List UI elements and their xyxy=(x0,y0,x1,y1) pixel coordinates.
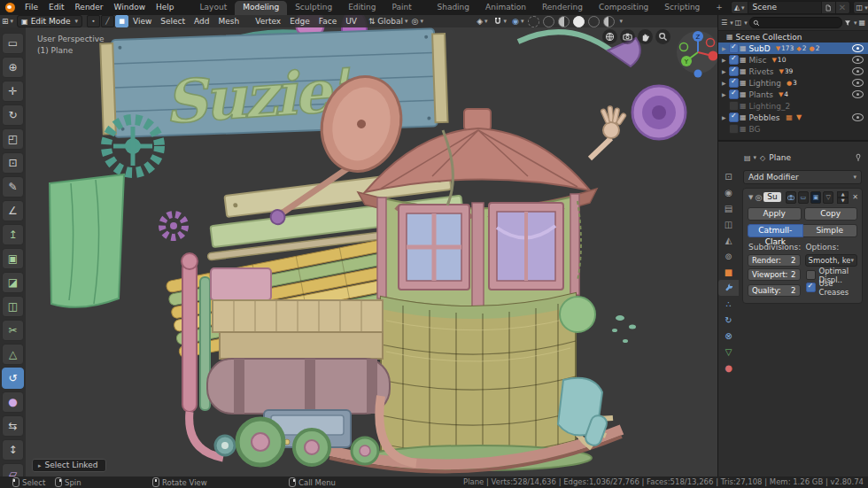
triangle-right-icon[interactable]: ▶ xyxy=(722,80,729,86)
move-down-button[interactable]: ▼ xyxy=(837,198,849,204)
tool-knife[interactable]: ✂ xyxy=(2,320,24,341)
menu-edit[interactable]: Edit xyxy=(43,0,69,15)
menu-mesh[interactable]: Mesh xyxy=(214,15,244,27)
triangle-down-icon[interactable]: ▼ xyxy=(748,194,753,201)
shading-dropdown[interactable]: ▾ xyxy=(619,18,623,25)
tool-shrink-fatten[interactable]: ↕ xyxy=(2,439,24,461)
tab-texture-paint[interactable]: Texture Paint xyxy=(384,0,430,15)
tab-output[interactable]: ▤ xyxy=(718,200,739,216)
outliner-row-misc[interactable]: ▶ ▦ Misc ▼10 xyxy=(718,54,868,66)
outliner-search-input[interactable] xyxy=(749,17,842,28)
use-creases-checkbox[interactable] xyxy=(806,283,816,292)
collection-checkbox[interactable] xyxy=(729,43,739,53)
vertex-mode-button[interactable]: ∙ xyxy=(87,15,100,27)
shading-solid-button[interactable] xyxy=(573,16,585,27)
tool-inset-faces[interactable]: ▣ xyxy=(2,248,24,269)
render-visibility-toggle[interactable] xyxy=(786,191,796,204)
tool-smooth[interactable]: ● xyxy=(2,391,24,413)
eye-icon[interactable] xyxy=(852,79,864,87)
menu-add[interactable]: Add xyxy=(190,15,213,27)
eye-icon[interactable] xyxy=(852,113,864,121)
tab-object-data[interactable]: ▽ xyxy=(718,344,739,360)
collection-checkbox[interactable] xyxy=(729,55,739,65)
tool-poly-build[interactable]: △ xyxy=(2,344,24,365)
collection-checkbox[interactable] xyxy=(729,66,739,76)
grid-sphere-icon[interactable] xyxy=(602,29,617,44)
tool-cursor[interactable]: ⊕ xyxy=(2,57,24,78)
catmull-clark-button[interactable]: Catmull-Clark xyxy=(748,224,803,237)
viewport-subdivisions-field[interactable]: Viewport: 2 xyxy=(748,268,801,281)
triangle-right-icon[interactable]: ▶ xyxy=(722,57,729,63)
tab-object[interactable]: ■ xyxy=(718,264,739,280)
shading-rendered-button[interactable] xyxy=(603,16,615,27)
blender-logo[interactable] xyxy=(5,3,15,12)
editmode-visibility-toggle[interactable]: ▣ xyxy=(810,191,821,204)
menu-vertex[interactable]: Vertex xyxy=(251,15,285,27)
tab-modeling[interactable]: Modeling xyxy=(235,1,287,15)
snapping-toggle[interactable]: ▾ xyxy=(492,17,509,26)
tab-physics[interactable]: ↻ xyxy=(718,312,739,328)
mode-dropdown[interactable]: ▣Edit Mode▾ xyxy=(17,15,82,27)
menu-help[interactable]: Help xyxy=(151,0,180,15)
tab-shading[interactable]: Shading xyxy=(429,1,477,15)
tab-scene[interactable]: ◭ xyxy=(718,232,739,248)
eye-icon[interactable] xyxy=(852,90,864,98)
menu-edge[interactable]: Edge xyxy=(285,15,314,27)
scene-name-field[interactable]: Scene xyxy=(748,1,822,14)
tool-move[interactable]: ✛ xyxy=(2,81,24,102)
pan-view-button[interactable] xyxy=(638,29,653,44)
filter-type-dropdown[interactable]: ◫▾ xyxy=(735,19,748,27)
triangle-right-icon[interactable]: ▶ xyxy=(722,91,729,97)
menu-uv[interactable]: UV xyxy=(341,15,361,27)
outliner-row-rivets[interactable]: ▶ ▦ Rivets ▼39 xyxy=(718,66,868,77)
delete-scene-button[interactable]: ✕ xyxy=(836,1,850,14)
tab-layout[interactable]: Layout xyxy=(192,1,236,15)
add-modifier-dropdown[interactable]: Add Modifier ▾ xyxy=(743,170,862,184)
cage-toggle[interactable]: ▽ xyxy=(823,191,833,204)
eye-icon[interactable] xyxy=(852,56,864,64)
tab-constraints[interactable]: ⊗ xyxy=(718,328,739,344)
triangle-right-icon[interactable]: ▶ xyxy=(722,114,729,120)
triangle-right-icon[interactable]: ▶ xyxy=(722,45,729,51)
close-icon[interactable]: ✕ xyxy=(852,193,858,201)
outliner-root-row[interactable]: ▦ Scene Collection xyxy=(718,31,868,43)
tool-loop-cut[interactable]: ◫ xyxy=(2,296,24,317)
tab-rendering[interactable]: Rendering xyxy=(534,1,591,15)
collection-checkbox[interactable] xyxy=(729,78,739,88)
menu-render[interactable]: Render xyxy=(70,0,109,15)
snap-target-dropdown[interactable]: ◎▾ xyxy=(410,17,425,26)
outliner-row-plants[interactable]: ▶ ▦ Plants ▼4 xyxy=(718,89,868,100)
tool-select-box[interactable]: ▭ xyxy=(2,33,24,54)
tab-render[interactable]: ◉ xyxy=(718,184,739,200)
tab-modifiers[interactable] xyxy=(718,280,739,296)
tab-scripting[interactable]: Scripting xyxy=(656,1,708,15)
shading-material-button[interactable] xyxy=(588,16,600,27)
new-collection-button[interactable]: ▦ xyxy=(858,19,865,27)
tool-edge-slide[interactable]: ⇆ xyxy=(2,415,24,437)
simple-button[interactable]: Simple xyxy=(803,224,858,237)
collection-checkbox[interactable] xyxy=(729,89,739,99)
triangle-right-icon[interactable]: ▶ xyxy=(722,68,729,74)
quality-field[interactable]: Quality: 2 xyxy=(748,284,801,297)
tab-world[interactable]: ⊚ xyxy=(718,248,739,264)
filter-button[interactable]: ▾ xyxy=(844,19,857,27)
pin-icon[interactable] xyxy=(854,153,863,162)
tab-animation[interactable]: Animation xyxy=(477,1,534,15)
eye-icon[interactable] xyxy=(852,44,864,52)
operator-panel[interactable]: ▸Select Linked xyxy=(32,459,106,472)
zoom-view-button[interactable] xyxy=(655,29,670,44)
pivot-point-dropdown[interactable]: ◈▾ xyxy=(475,17,489,26)
render-subdivisions-field[interactable]: Render: 2 xyxy=(748,254,801,267)
add-workspace-button[interactable]: + xyxy=(708,1,731,15)
tab-view-layer[interactable]: ◫ xyxy=(718,216,739,232)
eye-icon[interactable] xyxy=(852,67,864,75)
tool-scale[interactable]: ◰ xyxy=(2,128,24,150)
menu-face[interactable]: Face xyxy=(314,15,341,27)
apply-button[interactable]: Apply xyxy=(748,207,802,221)
menu-view[interactable]: View xyxy=(128,15,156,27)
outliner-row-lighting[interactable]: ▶ ▦ Lighting ●3 xyxy=(718,77,868,89)
new-scene-button[interactable] xyxy=(822,1,836,14)
tool-annotate[interactable]: ✎ xyxy=(2,176,24,198)
outliner-row-pebbles[interactable]: ▶ ▦ Pebbles ▦ ▼ xyxy=(718,112,868,123)
view-layer-icon[interactable]: ◫▾ xyxy=(853,1,868,14)
